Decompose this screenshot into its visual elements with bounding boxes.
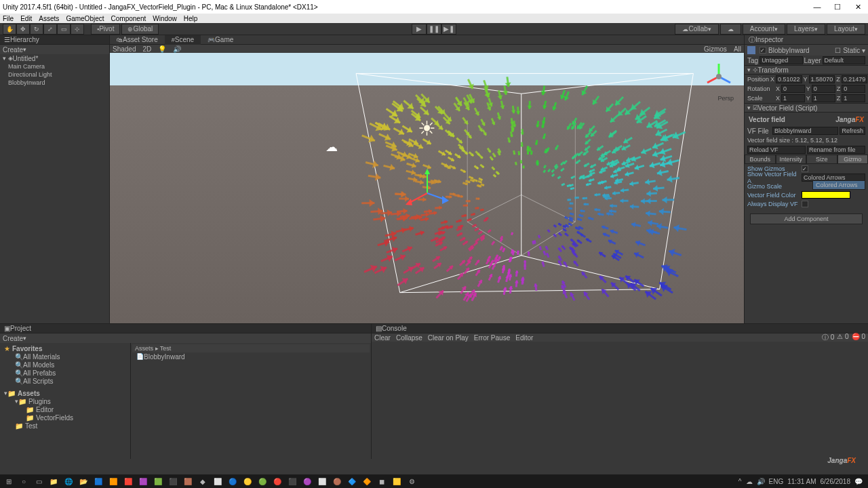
reload-vf-button[interactable]: Reload VF xyxy=(747,146,806,154)
fav-all-prefabs[interactable]: 🔍 All Prefabs xyxy=(1,369,129,377)
pause-button[interactable]: ❚❚ xyxy=(427,24,441,35)
hierarchy-item-light[interactable]: Directional Light xyxy=(0,70,109,79)
tray-lang[interactable]: ENG xyxy=(769,478,784,485)
taskbar-app-icon[interactable]: 🟧 xyxy=(107,476,119,487)
scene-audio-toggle[interactable]: 🔊 xyxy=(173,45,181,53)
taskbar-app-icon[interactable]: ◆ xyxy=(197,476,209,487)
scale-tool-button[interactable]: ⤢ xyxy=(43,24,57,35)
account-dropdown[interactable]: Account ▾ xyxy=(743,24,785,35)
taskbar-app-icon[interactable]: ⬛ xyxy=(167,476,179,487)
taskbar-app-icon[interactable]: 🟪 xyxy=(137,476,149,487)
taskbar-app-icon[interactable]: 🟣 xyxy=(301,476,313,487)
console-collapse-toggle[interactable]: Collapse xyxy=(396,334,422,342)
menu-edit[interactable]: Edit xyxy=(20,15,32,22)
rotation-z-field[interactable]: 0 xyxy=(842,85,865,93)
play-button[interactable]: ▶ xyxy=(412,24,427,35)
always-display-checkbox[interactable] xyxy=(802,201,808,207)
taskbar-app-icon[interactable]: ⬜ xyxy=(212,476,224,487)
step-button[interactable]: ▶❚ xyxy=(441,24,456,35)
gameobject-name-field[interactable]: BlobbyInward xyxy=(768,47,833,54)
menu-help[interactable]: Help xyxy=(184,15,198,22)
menu-gameobject[interactable]: GameObject xyxy=(66,15,104,22)
project-tab[interactable]: ▣ Project xyxy=(0,324,371,333)
taskbar-app-icon[interactable]: 🌐 xyxy=(62,476,75,487)
taskbar-app-icon[interactable]: 🔴 xyxy=(271,476,283,487)
console-tab[interactable]: ▤ Console xyxy=(372,324,868,333)
taskbar-app-icon[interactable]: 🟥 xyxy=(122,476,134,487)
inspector-tab[interactable]: ⓘ Inspector xyxy=(745,35,868,45)
scale-y-field[interactable]: 1 xyxy=(812,94,835,102)
file-blobbyinward[interactable]: 📄 BlobbyInward xyxy=(132,352,370,361)
tab-game[interactable]: 🎮 Game xyxy=(201,35,240,45)
taskbar-app-icon[interactable]: ⬜ xyxy=(316,476,328,487)
scale-z-field[interactable]: 1 xyxy=(842,94,865,102)
console-clear-on-play-toggle[interactable]: Clear on Play xyxy=(428,334,469,342)
vectorfield-color-swatch[interactable] xyxy=(802,191,850,199)
position-y-field[interactable]: 1.58070 xyxy=(809,75,835,83)
hierarchy-create-dropdown[interactable]: Create ▾ xyxy=(0,45,109,54)
console-editor-dropdown[interactable]: Editor xyxy=(515,334,533,342)
hierarchy-tab[interactable]: ☰ Hierarchy xyxy=(0,35,109,45)
editor-folder[interactable]: 📁Editor xyxy=(1,405,129,413)
pivot-toggle[interactable]: ▪ Pivot xyxy=(91,24,120,35)
add-component-button[interactable]: Add Component xyxy=(750,214,863,224)
console-error-pause-toggle[interactable]: Error Pause xyxy=(474,334,510,342)
menu-assets[interactable]: Assets xyxy=(39,15,59,22)
taskbar-app-icon[interactable]: ⬛ xyxy=(286,476,298,487)
taskbar-app-icon[interactable]: 🟨 xyxy=(391,476,403,487)
taskbar-app-icon[interactable]: 🔵 xyxy=(226,476,239,487)
taskbar-app-icon[interactable]: 🟡 xyxy=(241,476,254,487)
subtab-size[interactable]: Size xyxy=(806,155,837,164)
gameobject-active-checkbox[interactable] xyxy=(760,47,766,54)
taskbar-app-icon[interactable]: 📁 xyxy=(47,476,60,487)
taskbar-app-icon[interactable]: ◼ xyxy=(376,476,388,487)
hierarchy-scene-root[interactable]: ▾ ◈ Untitled* xyxy=(0,54,109,62)
show-gizmos-checkbox[interactable] xyxy=(802,165,808,172)
assets-folder[interactable]: ▾ 📁Assets xyxy=(1,389,129,397)
fav-all-models[interactable]: 🔍 All Models xyxy=(1,361,129,369)
taskbar-app-icon[interactable]: 🟩 xyxy=(152,476,164,487)
taskbar-app-icon[interactable]: 🟤 xyxy=(331,476,343,487)
mode-2d-toggle[interactable]: 2D xyxy=(142,45,151,53)
hierarchy-item-camera[interactable]: Main Camera xyxy=(0,62,109,70)
vectorfields-folder[interactable]: 📁VectorFields xyxy=(1,413,129,422)
subtab-intensity[interactable]: Intensity xyxy=(776,155,807,164)
transform-tool-button[interactable]: ⊹ xyxy=(71,24,84,35)
fav-all-materials[interactable]: 🔍 All Materials xyxy=(1,352,129,361)
test-folder[interactable]: 📁Test xyxy=(1,422,129,430)
favorites-folder[interactable]: ★Favorites xyxy=(1,344,129,352)
menu-file[interactable]: File xyxy=(3,15,14,22)
taskbar-app-icon[interactable]: 🟦 xyxy=(92,476,104,487)
subtab-gizmo[interactable]: Gizmo xyxy=(837,155,869,164)
console-clear-button[interactable]: Clear xyxy=(374,334,391,342)
project-create-dropdown[interactable]: Create ▾ xyxy=(0,333,371,343)
tray-expand-icon[interactable]: ^ xyxy=(738,478,742,485)
tray-notifications-icon[interactable]: 💬 xyxy=(854,478,863,485)
maximize-button[interactable]: ☐ xyxy=(827,0,848,14)
dropdown-option-colored-arrows[interactable]: Colored Arrows xyxy=(812,180,865,190)
console-info-count[interactable]: ⓘ 0 xyxy=(822,333,834,342)
position-z-field[interactable]: 0.21479 xyxy=(842,75,868,83)
taskbar-app-icon[interactable]: 🔶 xyxy=(361,476,373,487)
project-breadcrumb[interactable]: Assets ▸ Test xyxy=(132,344,370,352)
tab-asset-store[interactable]: 🛍 Asset Store xyxy=(110,35,165,45)
position-x-field[interactable]: 0.51022 xyxy=(776,75,802,83)
global-toggle[interactable]: ⊕ Global xyxy=(121,24,159,35)
rename-from-file-button[interactable]: Rename from file xyxy=(807,146,865,154)
tab-scene[interactable]: # Scene xyxy=(165,35,201,45)
console-warn-count[interactable]: ⚠ 0 xyxy=(837,333,848,342)
vf-file-field[interactable]: BlobbyInward xyxy=(772,127,838,135)
taskbar-app-icon[interactable]: 🟢 xyxy=(256,476,269,487)
tray-volume-icon[interactable]: 🔊 xyxy=(757,478,765,485)
menu-window[interactable]: Window xyxy=(153,15,177,22)
tray-time[interactable]: 11:31 AM xyxy=(787,478,816,485)
layer-dropdown[interactable]: Default xyxy=(823,56,865,64)
directional-light-icon[interactable]: ☀ xyxy=(414,115,441,142)
hierarchy-item-blobby[interactable]: BlobbyInward xyxy=(0,79,109,87)
static-checkbox[interactable]: ☐ Static ▾ xyxy=(835,47,865,54)
close-button[interactable]: ✕ xyxy=(848,0,868,14)
rotation-y-field[interactable]: 0 xyxy=(812,85,835,93)
taskbar-app-icon[interactable]: 🟫 xyxy=(182,476,194,487)
plugins-folder[interactable]: ▾ 📁Plugins xyxy=(1,397,129,405)
perspective-label[interactable]: Persp xyxy=(717,95,734,102)
